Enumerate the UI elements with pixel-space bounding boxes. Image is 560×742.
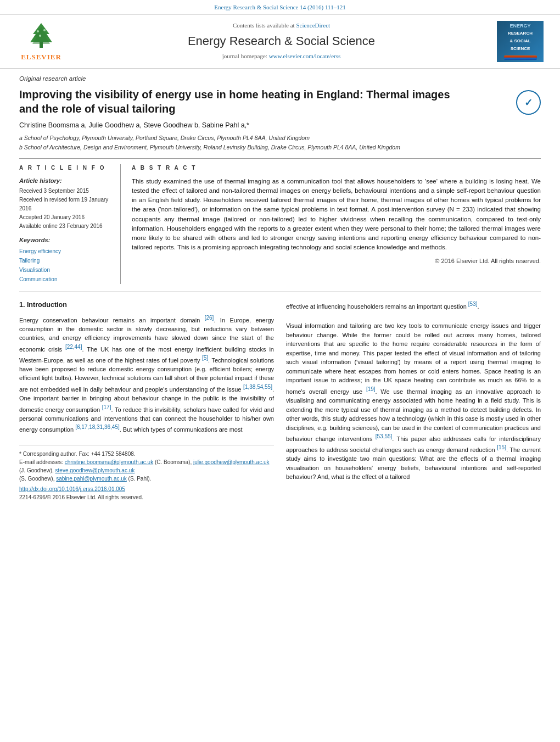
ref-6-17: [6,17,18,31,36,45]: [75, 424, 120, 430]
email-addresses-line-2: (S. Goodhew), sabine.pahl@plymouth.ac.uk…: [19, 475, 274, 483]
svg-point-5: [39, 35, 41, 37]
journal-ref-text: Energy Research & Social Science 14 (201…: [214, 4, 345, 10]
ref-26: [26]: [205, 315, 214, 321]
intro-heading: 1. Introduction: [19, 300, 274, 310]
svg-point-3: [37, 30, 39, 32]
keyword-4: Communication: [19, 275, 112, 284]
journal-title: Energy Research & Social Science: [66, 32, 497, 50]
page-header: ELSEVIER Contents lists available at Sci…: [0, 15, 560, 69]
email-addresses-line: E-mail addresses: christine.boomsma@plym…: [19, 458, 274, 475]
elsevier-brand-label: ELSEVIER: [21, 52, 61, 63]
elsevier-tree-icon: [25, 20, 58, 51]
ref-19: [19]: [366, 386, 376, 392]
affiliation-a: a School of Psychology, Plymouth Univers…: [19, 134, 541, 142]
crossmark-icon: ✓: [524, 96, 533, 110]
journal-homepage: journal homepage: www.elsevier.com/locat…: [66, 52, 497, 61]
available-date: Available online 23 February 2016: [19, 222, 112, 231]
crossmark-badge: ✓: [516, 90, 541, 115]
issn-line: 2214-6296/© 2016 Elsevier Ltd. All right…: [19, 493, 274, 501]
abstract-label: A B S T R A C T: [132, 164, 541, 172]
section-divider: [19, 292, 541, 292]
keywords-list: Energy efficiency Tailoring Visualisatio…: [19, 247, 112, 284]
svg-point-4: [43, 29, 46, 31]
footnote-area: * Corresponding author. Fax: +44 1752 58…: [19, 445, 274, 501]
ref-1-38-54-55: [1,38,54,55]: [243, 384, 272, 390]
article-type: Original research article: [19, 74, 541, 83]
accepted-date: Accepted 20 January 2016: [19, 213, 112, 222]
email-3-link[interactable]: steve.goodhew@plymouth.ac.uk: [55, 467, 135, 473]
intro-para3: Visual information and tailoring are two…: [286, 321, 541, 481]
ref-17: [17]: [102, 404, 111, 410]
article-info-panel: A R T I C L E I N F O Article history: R…: [19, 164, 121, 284]
corresponding-note: * Corresponding author. Fax: +44 1752 58…: [19, 450, 274, 458]
main-content: Original research article Improving the …: [0, 69, 560, 513]
journal-logo-box: ENERGY RESEARCH & SOCIAL SCIENCE: [497, 21, 544, 62]
ref-15: [15]: [497, 444, 506, 450]
homepage-url[interactable]: www.elsevier.com/locate/erss: [269, 53, 341, 59]
email-4-link[interactable]: sabine.pahl@plymouth.ac.uk: [56, 476, 127, 482]
article-info-label: A R T I C L E I N F O: [19, 164, 112, 172]
intro-para1: Energy conservation behaviour remains an…: [19, 314, 274, 434]
email-label: E-mail addresses:: [19, 459, 63, 465]
revised-date: Received in revised form 19 January 2016: [19, 196, 112, 213]
keyword-1: Energy efficiency: [19, 247, 112, 256]
body-right-column: effective at influencing householders re…: [286, 300, 541, 501]
ref-22-44: [22,44]: [65, 344, 82, 350]
doi-link[interactable]: http://dx.doi.org/10.1016/j.erss.2016.01…: [19, 485, 274, 493]
email-1-link[interactable]: christine.boomsma@plymouth.ac.uk: [65, 459, 153, 465]
ref-53: [53]: [468, 301, 478, 307]
elsevier-logo: ELSEVIER: [16, 20, 66, 63]
copyright-line: © 2016 Elsevier Ltd. All rights reserved…: [132, 257, 541, 266]
affiliation-b: b School of Architecture, Design and Env…: [19, 143, 541, 152]
received-date: Received 3 September 2015: [19, 187, 112, 196]
affiliations: a School of Psychology, Plymouth Univers…: [19, 134, 541, 152]
body-left-column: 1. Introduction Energy conservation beha…: [19, 300, 274, 501]
article-title: Improving the visibility of energy use i…: [19, 87, 469, 116]
keyword-2: Tailoring: [19, 256, 112, 265]
article-dates: Received 3 September 2015 Received in re…: [19, 187, 112, 231]
email-3-name: (S. Goodhew),: [19, 476, 54, 482]
journal-header-center: Contents lists available at ScienceDirec…: [66, 21, 497, 61]
body-columns: 1. Introduction Energy conservation beha…: [19, 300, 541, 501]
keywords-heading: Keywords:: [19, 236, 112, 245]
keyword-3: Visualisation: [19, 265, 112, 275]
article-title-row: Improving the visibility of energy use i…: [19, 87, 541, 116]
email-2-name: (J. Goodhew),: [19, 467, 54, 473]
doi-anchor[interactable]: http://dx.doi.org/10.1016/j.erss.2016.01…: [19, 486, 125, 492]
ref-5: [5]: [202, 355, 208, 361]
email-4-name: (S. Pahl).: [128, 476, 152, 482]
email-2-link[interactable]: julie.goodhew@plymouth.ac.uk: [193, 459, 270, 465]
journal-reference: Energy Research & Social Science 14 (201…: [0, 0, 560, 15]
sciencedirect-link[interactable]: ScienceDirect: [296, 22, 330, 29]
abstract-text: This study examined the use of thermal i…: [132, 177, 541, 253]
authors-line: Christine Boomsma a, Julie Goodhew a, St…: [19, 120, 541, 130]
abstract-panel: A B S T R A C T This study examined the …: [132, 164, 541, 284]
article-info-abstract-row: A R T I C L E I N F O Article history: R…: [19, 158, 541, 284]
article-history-heading: Article history:: [19, 177, 112, 186]
ref-53-55: [53,55]: [376, 433, 393, 439]
intro-para2: effective at influencing householders re…: [286, 300, 541, 311]
sciencedirect-label: Contents lists available at ScienceDirec…: [66, 21, 497, 30]
email-1-name: (C. Boomsma),: [155, 459, 192, 465]
